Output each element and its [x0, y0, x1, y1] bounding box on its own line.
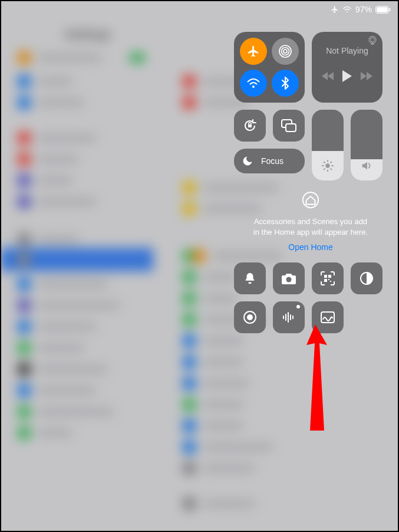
focus-button[interactable]: Focus	[234, 149, 305, 173]
voice-memos-button[interactable]	[273, 301, 305, 333]
svg-point-9	[371, 38, 375, 42]
wifi-toggle[interactable]	[240, 70, 267, 97]
control-center: Not Playing Focus	[234, 32, 387, 333]
screen-record-button[interactable]	[234, 301, 266, 333]
svg-line-20	[324, 169, 325, 169]
svg-point-5	[282, 48, 289, 55]
sun-icon	[321, 159, 334, 175]
wifi-status-icon	[342, 6, 352, 13]
now-playing-title: Not Playing	[326, 46, 368, 55]
status-bar: 97%	[331, 5, 391, 14]
svg-line-21	[331, 162, 331, 163]
home-icon	[234, 191, 387, 212]
svg-rect-25	[328, 275, 331, 278]
home-message-line2: in the Home app will appear here.	[234, 227, 387, 238]
play-button[interactable]	[342, 70, 352, 84]
home-section: Accessories and Scenes you add in the Ho…	[234, 191, 387, 253]
camera-button[interactable]	[273, 262, 305, 294]
qr-scanner-button[interactable]	[312, 262, 344, 294]
home-message-line1: Accessories and Scenes you add	[234, 216, 387, 227]
svg-rect-10	[248, 124, 252, 127]
volume-slider[interactable]	[351, 110, 382, 180]
svg-rect-26	[324, 279, 327, 282]
svg-line-18	[324, 162, 325, 163]
svg-point-7	[252, 86, 255, 88]
bluetooth-toggle[interactable]	[272, 70, 299, 97]
svg-rect-24	[324, 275, 327, 278]
airplane-mode-toggle[interactable]	[240, 38, 267, 65]
svg-rect-2	[377, 7, 388, 12]
svg-point-22	[303, 192, 318, 208]
now-playing-tile[interactable]: Not Playing	[312, 32, 382, 103]
airplane-status-icon	[331, 5, 339, 14]
silent-mode-button[interactable]	[234, 262, 266, 294]
speaker-icon	[360, 159, 373, 175]
battery-icon	[375, 6, 391, 14]
svg-point-31	[247, 314, 253, 320]
svg-point-23	[286, 277, 292, 283]
rewind-button[interactable]	[322, 72, 334, 83]
svg-rect-3	[390, 8, 391, 11]
svg-point-13	[325, 163, 329, 168]
battery-percent-text: 97%	[355, 5, 372, 14]
svg-line-19	[331, 169, 331, 169]
moon-icon	[240, 153, 255, 169]
connectivity-tile	[234, 32, 305, 103]
forward-button[interactable]	[361, 72, 372, 83]
svg-point-0	[347, 11, 348, 12]
screen-mirroring-button[interactable]	[273, 110, 305, 142]
brightness-slider[interactable]	[312, 110, 344, 180]
svg-point-4	[283, 50, 287, 53]
airplay-icon	[367, 35, 378, 48]
dark-mode-button[interactable]	[351, 262, 382, 294]
svg-rect-12	[286, 124, 296, 132]
svg-rect-27	[328, 279, 329, 280]
open-home-link[interactable]: Open Home	[288, 242, 332, 254]
svg-rect-28	[330, 281, 331, 282]
focus-label: Focus	[261, 156, 283, 166]
orientation-lock-toggle[interactable]	[234, 110, 266, 142]
airdrop-toggle[interactable]	[272, 38, 299, 65]
shortcut-grid	[234, 262, 387, 333]
freeform-button[interactable]	[312, 301, 344, 333]
